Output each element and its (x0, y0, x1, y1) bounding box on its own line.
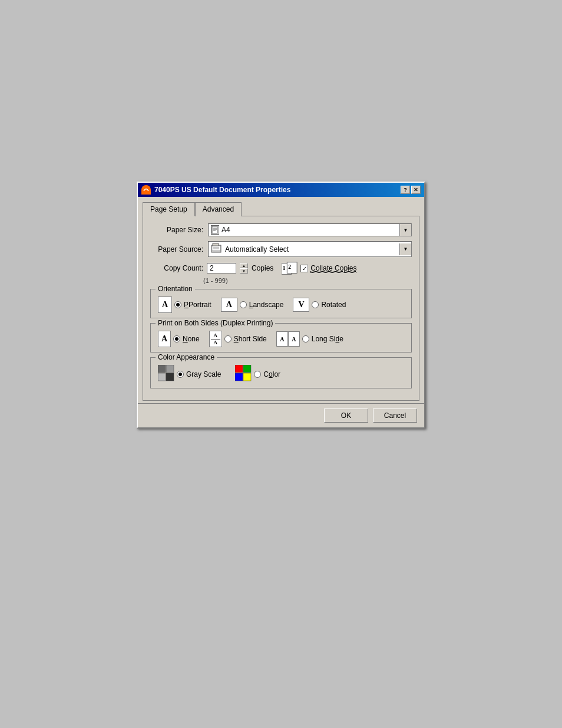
portrait-label: PPortrait (184, 301, 211, 309)
dialog-title: 7040PS US Default Document Properties (154, 186, 290, 194)
duplex-long-radio[interactable] (302, 335, 309, 342)
app-icon (141, 185, 151, 195)
copies-label: Copies (252, 264, 273, 272)
duplex-group: Print on Both Sides (Duplex Printing) A … (150, 323, 412, 353)
paper-source-dropdown-btn[interactable]: ▼ (399, 243, 411, 255)
paper-size-select[interactable]: A4 ▼ (208, 223, 412, 236)
duplex-short-option: A A Short Side (209, 331, 267, 347)
title-bar[interactable]: 7040PS US Default Document Properties ? … (138, 183, 424, 197)
paper-size-value: A4 (209, 224, 399, 236)
help-button[interactable]: ? (401, 186, 410, 194)
duplex-none-radio-dot (175, 337, 178, 341)
dialog-footer: OK Cancel (138, 403, 424, 427)
orientation-rotated-option: V Rotated (293, 298, 346, 312)
copy-range-hint: (1 - 999) (203, 277, 412, 284)
rotated-label: Rotated (321, 301, 346, 309)
collate-icon: 1 2 (282, 262, 298, 275)
color-row: Gray Scale Color (158, 365, 404, 383)
tab-page-setup[interactable]: Page Setup (143, 202, 195, 216)
duplex-long-icon: A A (276, 331, 300, 347)
svg-text:1: 1 (283, 265, 286, 271)
paper-size-row: Paper Size: A4 ▼ (150, 223, 412, 236)
grayscale-option: Gray Scale (158, 365, 221, 383)
landscape-label: Landscape (249, 301, 284, 309)
duplex-group-label: Print on Both Sides (Duplex Printing) (156, 319, 275, 327)
landscape-icon: A (221, 298, 237, 312)
collate-checkbox[interactable]: ✓ (300, 265, 308, 272)
grayscale-radio-dot (178, 373, 182, 376)
svg-rect-7 (213, 243, 219, 246)
tab-content-page-setup: Paper Size: A4 ▼ (143, 216, 419, 401)
dialog-body: Page Setup Advanced Paper Size: (138, 197, 424, 403)
paper-size-label: Paper Size: (150, 226, 203, 234)
duplex-long-page2: A (288, 331, 300, 347)
color-radio[interactable] (254, 371, 261, 378)
title-bar-left: 7040PS US Default Document Properties (141, 185, 290, 195)
paper-source-value: Automatically Select (209, 242, 399, 256)
landscape-radio[interactable] (240, 301, 247, 308)
duplex-none-option: A None (158, 331, 200, 347)
paper-source-row: Paper Source: Automatically (150, 241, 412, 257)
orientation-group-label: Orientation (156, 285, 195, 293)
portrait-radio[interactable] (174, 301, 181, 308)
svg-text:2: 2 (289, 264, 292, 270)
svg-rect-15 (166, 365, 174, 373)
portrait-icon: A (158, 297, 172, 313)
duplex-none-icon: A (158, 331, 171, 347)
duplex-short-radio[interactable] (224, 335, 232, 342)
orientation-portrait-option: A PPortrait (158, 297, 211, 313)
title-controls: ? ✕ (401, 186, 421, 194)
color-icon (235, 365, 252, 383)
orientation-row: A PPortrait A Landscape V (158, 297, 404, 313)
svg-rect-17 (166, 373, 174, 381)
copy-count-label: Copy Count: (150, 264, 203, 272)
cancel-button[interactable]: Cancel (373, 409, 417, 423)
color-group-label: Color Appearance (156, 353, 217, 361)
svg-rect-20 (235, 373, 243, 381)
svg-rect-6 (212, 246, 220, 251)
copy-count-row: Copy Count: 2 ▲ ▼ Copies 1 2 (150, 262, 412, 275)
spinner-down-btn[interactable]: ▼ (240, 268, 248, 274)
grayscale-radio[interactable] (177, 371, 184, 378)
svg-rect-18 (235, 365, 243, 373)
grayscale-label: Gray Scale (186, 370, 221, 378)
duplex-row: A None A A Short Side (158, 331, 404, 347)
paper-size-dropdown-btn[interactable]: ▼ (399, 224, 411, 236)
collate-label: Collate Copies (310, 264, 356, 273)
close-button[interactable]: ✕ (411, 186, 421, 194)
duplex-short-icon: A A (209, 331, 222, 347)
duplex-none-radio[interactable] (173, 335, 180, 342)
svg-rect-19 (243, 365, 251, 373)
copy-count-spinner: ▲ ▼ (240, 263, 248, 274)
paper-source-label: Paper Source: (150, 245, 203, 253)
color-group: Color Appearance (150, 357, 412, 388)
paper-source-icon (211, 243, 223, 255)
copy-count-input[interactable]: 2 (207, 263, 236, 274)
duplex-long-option: A A Long Side (276, 331, 343, 347)
duplex-long-label: Long Side (312, 335, 343, 343)
duplex-short-label: Short Side (234, 335, 267, 343)
orientation-landscape-option: A Landscape (221, 298, 284, 312)
svg-rect-21 (243, 373, 251, 381)
collate-section: 1 2 ✓ Collate Copies (282, 262, 356, 275)
spinner-up-btn[interactable]: ▲ (240, 263, 248, 268)
svg-point-0 (142, 186, 150, 194)
dialog-window: 7040PS US Default Document Properties ? … (137, 182, 425, 429)
svg-rect-16 (158, 373, 166, 381)
duplex-none-label: None (183, 335, 200, 343)
grayscale-icon (158, 365, 174, 383)
orientation-group: Orientation A PPortrait A Landscap (150, 289, 412, 318)
rotated-icon: V (293, 298, 309, 312)
paper-size-icon (211, 225, 219, 235)
portrait-radio-dot (176, 303, 180, 307)
svg-rect-1 (212, 226, 217, 233)
rotated-radio[interactable] (312, 301, 319, 308)
duplex-long-page1: A (276, 331, 288, 347)
svg-rect-14 (158, 365, 166, 373)
paper-source-select[interactable]: Automatically Select ▼ (208, 241, 412, 257)
tab-advanced[interactable]: Advanced (195, 202, 242, 216)
color-option: Color (235, 365, 280, 383)
color-label: Color (263, 370, 280, 378)
tab-bar: Page Setup Advanced (140, 199, 422, 216)
ok-button[interactable]: OK (324, 409, 368, 423)
